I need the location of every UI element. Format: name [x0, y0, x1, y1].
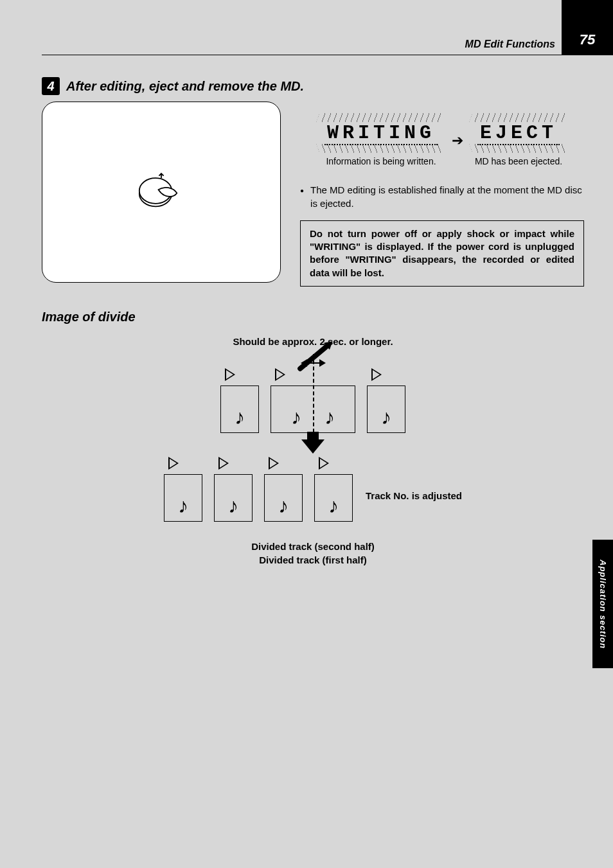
play-icon: [218, 457, 229, 470]
track-tile: ♪: [220, 385, 259, 433]
eject-display: EJECT MD has been ejected.: [471, 114, 566, 168]
eject-hand-icon: [132, 162, 190, 222]
eject-illustration-panel: [42, 102, 281, 283]
down-arrow-icon: [301, 439, 324, 454]
play-icon: [269, 457, 279, 470]
music-note-icon: ♪: [178, 495, 188, 516]
manual-page: 75 MD Edit Functions 4 After editing, ej…: [0, 0, 613, 868]
section-label: MD Edit Functions: [465, 39, 555, 50]
writing-caption: Information is being written.: [318, 155, 444, 168]
arrow-right-icon: ➔: [452, 132, 463, 149]
note-bullet: The MD editing is established finally at…: [300, 183, 584, 210]
play-icon: [275, 368, 285, 381]
music-note-icon: ♪: [278, 495, 289, 516]
music-note-icon: ♪: [235, 407, 245, 427]
step-number-badge: 4: [42, 77, 60, 95]
play-icon: [168, 457, 179, 470]
label-first-half: Divided track (first half): [259, 554, 367, 565]
eject-caption: MD has been ejected.: [471, 155, 566, 168]
side-tab-label: Application section: [598, 560, 608, 649]
divide-diagram: Should be approx. 2 sec. or longer. ♪ ♪ …: [42, 331, 584, 565]
track-tile-second-half: ♪: [264, 474, 303, 522]
track-tile: ♪: [164, 474, 202, 522]
header-rule: [42, 55, 613, 55]
divide-heading: Image of divide: [42, 310, 584, 324]
play-icon: [319, 457, 329, 470]
music-note-icon: ♪: [291, 407, 301, 427]
warning-box: Do not turn power off or apply shock or …: [300, 220, 584, 287]
step-number: 4: [47, 79, 54, 94]
track-tile: ♪: [314, 474, 353, 522]
side-tab: Application section: [592, 540, 613, 668]
writing-text: WRITING: [324, 122, 438, 145]
track-tile: ♪: [367, 385, 405, 433]
music-note-icon: ♪: [328, 495, 339, 516]
track-tile-wide: ♪ ♪: [271, 385, 355, 433]
label-second-half: Divided track (second half): [251, 541, 375, 552]
page-number-tab: 75: [562, 0, 613, 55]
music-note-icon: ♪: [228, 495, 238, 516]
split-line: [313, 354, 314, 439]
step-title: After editing, eject and remove the MD.: [66, 79, 304, 94]
writing-display: WRITING Information is being written.: [318, 114, 444, 168]
play-icon: [225, 368, 235, 381]
status-displays: WRITING Information is being written. ➔ …: [300, 102, 584, 287]
page-number: 75: [580, 31, 595, 48]
step-heading: 4 After editing, eject and remove the MD…: [42, 77, 584, 95]
eject-text: EJECT: [477, 122, 560, 145]
track-tile-first-half: ♪: [214, 474, 253, 522]
span-arrow-icon: [301, 357, 326, 366]
label-track-adjusted: Track No. is adjusted: [366, 490, 462, 501]
music-note-icon: ♪: [381, 407, 391, 427]
play-icon: [371, 368, 382, 381]
divide-top-note: Should be approx. 2 sec. or longer.: [233, 336, 393, 347]
warning-text: Do not turn power off or apply shock or …: [310, 228, 574, 278]
bullet-text: The MD editing is established finally at…: [310, 183, 584, 210]
music-note-icon: ♪: [324, 407, 335, 427]
